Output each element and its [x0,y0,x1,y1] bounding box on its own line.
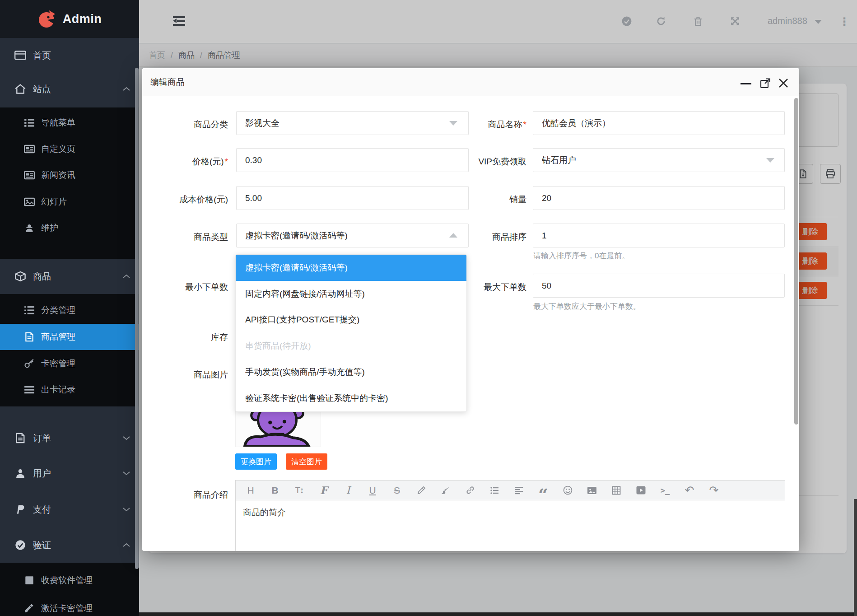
sidebar-item-category-mgmt[interactable]: 分类管理 [0,297,139,323]
product-image-label: 商品图片 [142,369,228,381]
description-label: 商品介绍 [142,489,228,501]
unordered-list-icon[interactable] [482,481,507,500]
category-label: 商品分类 [142,119,228,131]
rich-text-editor: H B T↕ F I U S “ >_ ↶ ↷ 商品 [235,480,785,551]
chevron-down-icon [123,507,130,512]
name-input[interactable]: 优酷会员（演示） [533,111,785,135]
sidebar-item-home[interactable]: 首页 [0,38,139,73]
sidebar-item-product-mgmt[interactable]: 商品管理 [0,324,139,350]
undo-icon[interactable]: ↶ [677,481,702,500]
video-icon[interactable] [629,481,653,500]
product-type-dropdown: 虚拟卡密(邀请码/激活码等) 固定内容(网盘链接/活动网址等) API接口(支持… [235,254,467,412]
vip-free-select[interactable]: 钻石用户 [533,148,785,172]
sidebar-item-maintenance[interactable]: 维护 [0,215,139,241]
app-logo[interactable]: Admin [0,0,139,38]
sidebar-item-card-key-mgmt[interactable]: 卡密管理 [0,350,139,377]
product-type-select[interactable]: 虚拟卡密(邀请码/激活码等) [236,224,469,247]
dialog-title: 编辑商品 [150,68,185,96]
category-select[interactable]: 影视大全 [236,111,469,135]
sidebar-item-nav-menu[interactable]: 导航菜单 [0,110,139,136]
sidebar-scrollbar[interactable] [135,68,139,569]
sidebar-item-users[interactable]: 用户 [0,456,139,491]
heading-icon[interactable]: H [238,481,263,500]
description-textarea[interactable]: 商品的简介 [236,500,785,551]
cost-price-label: 成本价格(元) [142,194,228,205]
sidebar-item-activation-key-mgmt[interactable]: 激活卡密管理 [0,595,139,616]
app-root: admin888 ⋮ 首页 / 商品 / 商品管理 删除 删除 删除 [0,0,857,616]
stock-label: 库存 [142,331,228,343]
min-order-label: 最小下单数 [142,281,228,293]
blockquote-icon[interactable]: “ [531,481,555,500]
sidebar-item-orders[interactable]: 订单 [0,420,139,456]
dropdown-option-selected[interactable]: 虚拟卡密(邀请码/激活码等) [236,255,466,281]
strikethrough-icon[interactable]: S [385,481,409,500]
bold-icon[interactable]: B [263,481,287,500]
product-type-label: 商品类型 [142,231,228,243]
emoji-icon[interactable] [555,481,580,500]
sidebar: Admin 首页 站点 导航菜单 自定义页 新闻资讯 [0,0,139,616]
minimize-icon[interactable] [741,83,751,84]
sidebar-item-site[interactable]: 站点 [0,71,139,107]
link-icon[interactable] [458,481,482,500]
price-input[interactable]: 0.30 [236,148,469,172]
pen-icon[interactable] [409,481,433,500]
vip-free-label: VIP免费领取 [436,156,526,168]
chevron-down-icon [766,158,774,163]
code-icon[interactable]: >_ [653,481,677,500]
max-order-input[interactable]: 50 [533,274,785,298]
align-icon[interactable] [507,481,531,500]
dropdown-option[interactable]: 手动发货(实物商品/手动充值等) [236,359,466,385]
max-order-helper-text: 最大下单数应大于最小下单数。 [533,301,641,312]
dropdown-option[interactable]: API接口(支持POST/GET提交) [236,307,466,333]
name-label: 商品名称* [436,119,526,131]
dropdown-option-disabled: 串货商品(待开放) [236,333,466,359]
sidebar-item-news[interactable]: 新闻资讯 [0,162,139,188]
sort-input[interactable]: 1 [533,224,785,247]
brush-icon[interactable] [433,481,458,500]
cost-price-input[interactable]: 5.00 [236,186,469,210]
underline-icon[interactable]: U [360,481,385,500]
italic-icon[interactable]: I [336,481,360,500]
chevron-down-icon [123,436,130,440]
sales-label: 销量 [436,194,526,205]
table-icon[interactable] [604,481,629,500]
sidebar-item-verification[interactable]: 验证 [0,527,139,563]
sidebar-item-slides[interactable]: 幻灯片 [0,189,139,215]
dialog-scrollbar[interactable] [794,98,798,425]
edit-product-dialog: 编辑商品 商品分类 影视大全 价格(元)* 0.30 成本价格(元) 5.00 … [142,68,799,551]
dropdown-option[interactable]: 验证系统卡密(出售验证系统中的卡密) [236,385,466,411]
dialog-titlebar: 编辑商品 [142,68,799,96]
close-icon[interactable] [777,77,790,89]
logo-icon [37,9,56,28]
sidebar-item-card-records[interactable]: 出卡记录 [0,377,139,403]
chevron-up-icon [123,543,130,547]
sort-label: 商品排序 [436,231,526,243]
price-label: 价格(元)* [142,156,228,168]
editor-toolbar: H B T↕ F I U S “ >_ ↶ ↷ [236,481,785,500]
logo-text: Admin [63,12,102,26]
sales-input[interactable]: 20 [533,186,785,210]
redo-icon[interactable]: ↷ [702,481,726,500]
chevron-up-icon [123,87,130,91]
chevron-down-icon [123,471,130,476]
dropdown-option[interactable]: 固定内容(网盘链接/活动网址等) [236,281,466,307]
sidebar-item-product[interactable]: 商品 [0,259,139,294]
chevron-up-icon [123,274,130,279]
sort-helper-text: 请输入排序序号，0在最前。 [533,251,629,261]
image-icon[interactable] [580,481,604,500]
font-family-icon[interactable]: F [312,481,336,500]
font-size-icon[interactable]: T↕ [287,481,312,500]
replace-image-button[interactable]: 更换图片 [235,453,277,470]
maximize-icon[interactable] [759,77,771,89]
sidebar-item-paid-software-mgmt[interactable]: 收费软件管理 [0,567,139,593]
clear-image-button[interactable]: 清空图片 [286,453,327,470]
sidebar-item-custom-page[interactable]: 自定义页 [0,136,139,162]
sidebar-item-payment[interactable]: 支付 [0,492,139,527]
